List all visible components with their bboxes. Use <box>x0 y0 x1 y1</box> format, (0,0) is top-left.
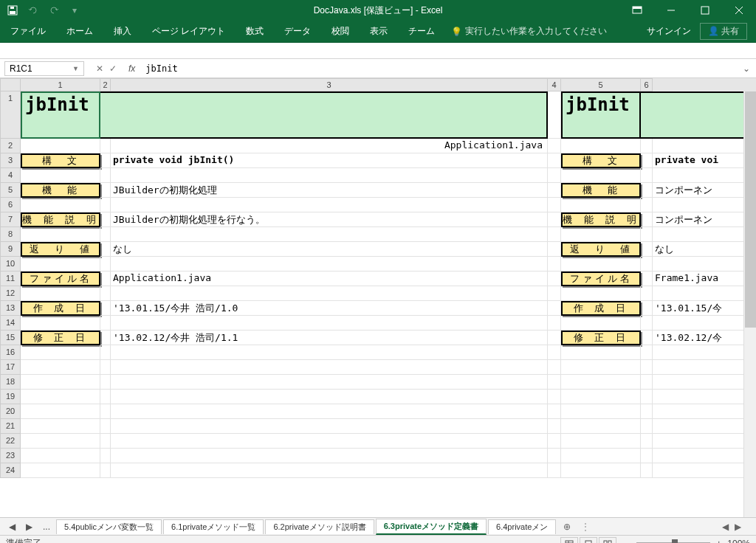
cell[interactable] <box>111 404 548 419</box>
cell-value[interactable]: コンポーネン <box>653 183 756 198</box>
cell[interactable] <box>561 360 641 375</box>
cancel-formula-icon[interactable]: ✕ <box>96 63 103 74</box>
cell[interactable] <box>111 345 548 360</box>
cell[interactable] <box>100 316 111 331</box>
cell[interactable] <box>641 139 653 153</box>
cell[interactable] <box>100 301 111 316</box>
row-header[interactable]: 16 <box>0 345 21 360</box>
tab-home[interactable]: ホーム <box>56 21 103 42</box>
view-normal-icon[interactable] <box>560 537 578 544</box>
cell[interactable] <box>548 419 561 434</box>
cell[interactable] <box>641 272 653 286</box>
cell[interactable] <box>548 360 561 375</box>
cell-value[interactable]: '13.01.15/今井 浩司/1.0 <box>111 301 548 316</box>
cell[interactable] <box>21 419 100 434</box>
cell[interactable] <box>100 345 111 360</box>
cell[interactable] <box>548 463 561 478</box>
cell[interactable] <box>21 345 100 360</box>
cell[interactable] <box>561 345 641 360</box>
cell[interactable] <box>561 434 641 449</box>
cell[interactable] <box>641 419 653 434</box>
col-header[interactable]: 1 <box>21 78 100 91</box>
row-header[interactable]: 23 <box>0 449 21 463</box>
cell[interactable] <box>653 316 756 331</box>
cell[interactable] <box>21 198 100 212</box>
cell[interactable] <box>21 168 100 183</box>
cell-value[interactable]: Application1.java <box>111 272 548 286</box>
cell[interactable] <box>653 390 756 404</box>
cell[interactable] <box>100 272 111 286</box>
cell[interactable] <box>561 375 641 390</box>
zoom-in-button[interactable]: + <box>716 539 721 544</box>
cell[interactable] <box>548 301 561 316</box>
cell[interactable] <box>111 198 548 212</box>
cell[interactable] <box>111 316 548 331</box>
cell-value[interactable]: '13.02.12/今井 浩司/1.1 <box>111 331 548 345</box>
cell[interactable] <box>641 301 653 316</box>
col-header[interactable]: 5 <box>561 78 641 91</box>
row-header[interactable]: 24 <box>0 463 21 478</box>
cell-label[interactable]: 作 成 日 <box>561 301 641 316</box>
row-header[interactable]: 22 <box>0 434 21 449</box>
cell[interactable] <box>653 419 756 434</box>
cell-value[interactable]: JBuilderの初期化処理を行なう。 <box>111 212 548 227</box>
cell[interactable] <box>111 168 548 183</box>
tab-data[interactable]: データ <box>274 21 321 42</box>
cells[interactable]: jbInit jbInit Application1.java 構 文 priv… <box>21 91 756 478</box>
cell[interactable] <box>641 316 653 331</box>
cell[interactable] <box>561 419 641 434</box>
select-all-corner[interactable] <box>0 78 21 91</box>
row-header[interactable]: 5 <box>0 183 21 198</box>
cell[interactable] <box>548 390 561 404</box>
row-header[interactable]: 15 <box>0 331 21 345</box>
row-header[interactable]: 11 <box>0 272 21 286</box>
tab-nav-next-icon[interactable]: ▶ <box>21 522 37 532</box>
zoom-level[interactable]: 100% <box>727 539 750 544</box>
cell[interactable] <box>100 198 111 212</box>
row-header[interactable]: 12 <box>0 286 21 301</box>
row-header[interactable]: 18 <box>0 375 21 390</box>
cell[interactable] <box>100 227 111 242</box>
cell[interactable] <box>641 375 653 390</box>
row-header[interactable]: 1 <box>0 91 21 139</box>
tab-review[interactable]: 校閲 <box>321 21 360 42</box>
fx-label[interactable]: fx <box>124 63 140 74</box>
cell[interactable] <box>100 360 111 375</box>
cell[interactable] <box>561 286 641 301</box>
row-header[interactable]: 19 <box>0 390 21 404</box>
cell-label[interactable]: ファイル名 <box>21 272 100 286</box>
cell[interactable] <box>653 345 756 360</box>
cell[interactable] <box>100 153 111 168</box>
cell-value[interactable]: なし <box>653 242 756 257</box>
cell[interactable] <box>653 404 756 419</box>
col-header[interactable]: 4 <box>548 78 561 91</box>
cell-value[interactable]: コンポーネン <box>653 212 756 227</box>
cell[interactable] <box>548 331 561 345</box>
cell[interactable] <box>111 257 548 272</box>
cell-label[interactable]: 構 文 <box>21 153 100 168</box>
cell[interactable] <box>561 139 641 153</box>
cell[interactable] <box>641 404 653 419</box>
formula-input[interactable]: jbInit <box>140 62 737 75</box>
tab-pagelayout[interactable]: ページ レイアウト <box>142 21 236 42</box>
ribbon-display-icon[interactable] <box>620 0 654 21</box>
cell[interactable] <box>641 463 653 478</box>
col-header[interactable]: 3 <box>111 78 548 91</box>
cell[interactable] <box>561 316 641 331</box>
cell[interactable] <box>100 139 111 153</box>
cell[interactable] <box>653 286 756 301</box>
cell[interactable] <box>548 404 561 419</box>
cell[interactable] <box>641 360 653 375</box>
cell[interactable] <box>100 286 111 301</box>
cell[interactable] <box>561 257 641 272</box>
cell[interactable] <box>111 375 548 390</box>
row-header[interactable]: 10 <box>0 257 21 272</box>
cell[interactable] <box>641 257 653 272</box>
row-header[interactable]: 17 <box>0 360 21 375</box>
cell-label[interactable]: 作 成 日 <box>21 301 100 316</box>
row-header[interactable]: 6 <box>0 198 21 212</box>
redo-button[interactable] <box>44 1 63 19</box>
cell[interactable] <box>561 227 641 242</box>
cell[interactable] <box>641 153 653 168</box>
cell[interactable] <box>561 404 641 419</box>
